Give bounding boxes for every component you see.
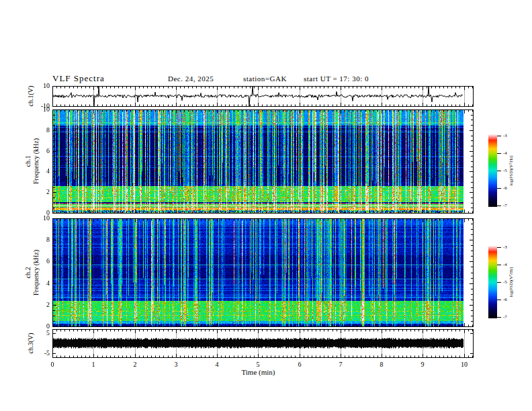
colorbar-ch1-tick: -5 <box>503 168 517 173</box>
ch3-waveform-ytick: -5 <box>26 349 50 357</box>
ch1-spectrogram-ytick: 10 <box>26 105 50 113</box>
colorbar-ch1-tick: -7 <box>503 203 517 208</box>
time-axis-tick: 1 <box>83 361 103 369</box>
ch3-waveform-ytick: 5 <box>26 329 50 337</box>
colorbar-ch2-tick: -3 <box>503 244 517 250</box>
ch1-label-line1: ch.1 <box>24 138 32 184</box>
colorbar-ch2-tick: -5 <box>503 279 517 285</box>
ch1-frequency-axis-label: ch.1 Frequency (kHz) <box>24 138 40 184</box>
time-axis-tick: 3 <box>166 361 186 369</box>
time-axis-tick: 0 <box>42 361 62 369</box>
colorbar-ch2-tick: -7 <box>503 314 517 320</box>
ch1-waveform-plot <box>52 86 474 107</box>
time-axis-tick: 2 <box>125 361 145 369</box>
ch2-spectrogram-ytick: 6 <box>26 257 50 265</box>
ch1-spectrogram-ytick: 4 <box>26 167 50 175</box>
time-axis-tick: 7 <box>330 361 351 369</box>
time-axis-tick: 9 <box>412 361 433 369</box>
ch1-spectrogram-ytick: 2 <box>26 188 50 196</box>
time-axis-tick: 10 <box>454 361 474 369</box>
colorbar-ch1 <box>488 134 502 207</box>
time-axis-tick: 4 <box>207 361 227 369</box>
colorbar-ch2-tick: -4 <box>503 262 517 267</box>
ch1-spectrogram-ytick: 6 <box>26 147 50 155</box>
time-axis-tick: 6 <box>290 361 310 369</box>
title-station: station=GAK <box>243 75 287 83</box>
ch3-waveform-plot <box>52 329 474 358</box>
ch2-spectrogram-plot <box>52 218 474 327</box>
ch1-waveform-ytick: 10 <box>26 82 50 90</box>
time-axis-tick: 5 <box>248 361 268 369</box>
ch1-label-line2: Frequency (kHz) <box>32 138 40 184</box>
time-axis-title: Time (min) <box>224 368 292 376</box>
ch2-spectrogram-ytick: 4 <box>26 279 50 287</box>
figure-title: VLF Spectra <box>52 73 105 84</box>
colorbar-ch1-tick: -3 <box>503 133 517 138</box>
ch2-spectrogram-ytick: 10 <box>26 214 50 222</box>
colorbar-ch1-tick: -6 <box>503 185 517 191</box>
title-date: Dec. 24, 2025 <box>168 75 214 83</box>
ch2-spectrogram-ytick: 2 <box>26 301 50 309</box>
ch1-spectrogram-ytick: 8 <box>26 126 50 134</box>
colorbar-ch2-tick: -6 <box>503 297 517 302</box>
vlf-spectra-figure: VLF Spectra Dec. 24, 2025 station=GAK st… <box>0 0 532 411</box>
colorbar-ch2 <box>488 246 502 318</box>
ch1-spectrogram-plot <box>52 109 474 214</box>
ch2-spectrogram-ytick: 8 <box>26 236 50 244</box>
title-start-ut: start UT = 17: 30: 0 <box>304 75 369 83</box>
colorbar-ch1-tick: -4 <box>503 150 517 156</box>
time-axis-tick: 8 <box>371 361 392 369</box>
